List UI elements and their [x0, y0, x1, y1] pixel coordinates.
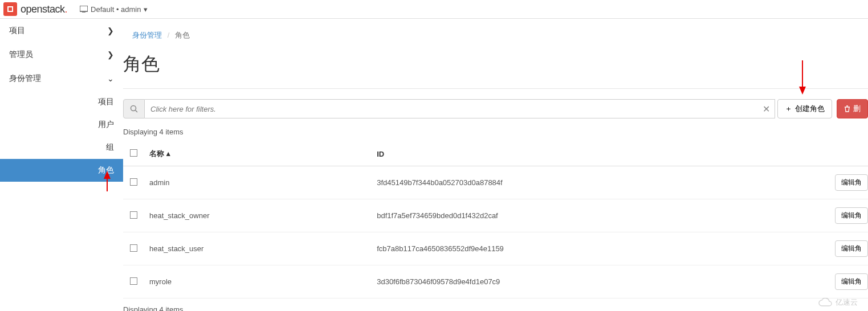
cell-id: 3d30f6fb873046f09578d9e4fd1e07c9	[371, 265, 811, 298]
table-row: admin 3fd45149b7f344b0a052703d0a87884f 编…	[123, 166, 868, 199]
roles-table: 名称 ▴ ID admin 3fd45149b7f344b0a052703d0a…	[123, 142, 868, 298]
table-row: myrole 3d30f6fb873046f09578d9e4fd1e07c9 …	[123, 265, 868, 298]
select-all-checkbox[interactable]	[130, 149, 137, 157]
cell-name: admin	[144, 166, 371, 199]
edit-role-button[interactable]: 编辑角	[835, 207, 868, 224]
column-header-name[interactable]: 名称 ▴	[144, 142, 371, 166]
chevron-right-icon: ❯	[107, 50, 114, 59]
breadcrumb: 身份管理 / 角色	[123, 26, 868, 45]
edit-role-button[interactable]: 编辑角	[835, 273, 868, 290]
svg-line-3	[136, 111, 138, 113]
sort-asc-icon: ▴	[166, 149, 170, 158]
row-checkbox[interactable]	[130, 211, 137, 219]
row-checkbox[interactable]	[130, 244, 137, 252]
edit-role-button[interactable]: 编辑角	[835, 174, 868, 191]
search-button[interactable]	[123, 99, 145, 118]
breadcrumb-current: 角色	[175, 31, 190, 39]
chevron-down-icon: ⌄	[107, 74, 114, 83]
item-count-top: Displaying 4 items	[123, 128, 868, 136]
svg-rect-0	[80, 6, 88, 11]
chevron-right-icon: ❯	[107, 26, 114, 35]
table-row: heat_stack_user fcb7a8b117ca4650836552df…	[123, 232, 868, 265]
sidebar-sub-projects[interactable]: 项目	[0, 91, 123, 113]
sidebar-item-label: 管理员	[9, 50, 33, 60]
row-checkbox[interactable]	[130, 277, 137, 285]
brand-text: openstack.	[21, 3, 67, 15]
table-row: heat_stack_owner bdf1f7a5ef734659bded0d1…	[123, 199, 868, 232]
cell-name: heat_stack_owner	[144, 199, 371, 232]
plus-icon: ＋	[785, 104, 792, 114]
project-domain-selector[interactable]: Default • admin ▾	[80, 5, 148, 14]
row-checkbox[interactable]	[130, 178, 137, 186]
search-icon	[130, 105, 138, 113]
topbar: openstack. Default • admin ▾	[0, 0, 868, 19]
sidebar-sub-roles[interactable]: 角色	[0, 159, 123, 182]
column-header-id[interactable]: ID	[371, 142, 811, 166]
sidebar-item-label: 身份管理	[9, 73, 41, 84]
cell-name: heat_stack_user	[144, 232, 371, 265]
screen-icon	[80, 6, 88, 13]
cell-id: 3fd45149b7f344b0a052703d0a87884f	[371, 166, 811, 199]
brand-logo[interactable]: openstack.	[3, 2, 67, 16]
sidebar-item-label: 项目	[9, 26, 25, 36]
edit-role-button[interactable]: 编辑角	[835, 240, 868, 257]
project-domain-text: Default	[91, 5, 114, 14]
main-content: 身份管理 / 角色 角色 ✕ ＋ 创建角色	[123, 19, 868, 311]
svg-point-2	[131, 106, 136, 111]
trash-icon	[844, 105, 850, 112]
clear-search-icon[interactable]: ✕	[759, 99, 773, 118]
divider	[123, 88, 868, 89]
item-count-bottom: Displaying 4 items	[123, 305, 868, 311]
sidebar-sub-groups[interactable]: 组	[0, 136, 123, 159]
delete-roles-button[interactable]: 删	[837, 99, 868, 118]
page-title: 角色	[123, 45, 868, 88]
cell-id: bdf1f7a5ef734659bded0d1f432d2caf	[371, 199, 811, 232]
caret-down-icon: ▾	[144, 5, 148, 14]
openstack-icon	[3, 2, 17, 16]
project-user-text: admin	[121, 5, 141, 14]
toolbar: ✕ ＋ 创建角色 删	[123, 99, 868, 118]
search-wrap: ✕	[123, 99, 773, 118]
sidebar: 项目 ❯ 管理员 ❯ 身份管理 ⌄ 项目 用户 组 角色	[0, 19, 123, 311]
sidebar-item-admin[interactable]: 管理员 ❯	[0, 43, 123, 67]
search-input[interactable]	[145, 99, 775, 118]
sidebar-item-identity[interactable]: 身份管理 ⌄	[0, 67, 123, 91]
cell-id: fcb7a8b117ca4650836552df9e4e1159	[371, 232, 811, 265]
sidebar-sub-users[interactable]: 用户	[0, 113, 123, 136]
breadcrumb-parent[interactable]: 身份管理	[132, 31, 162, 39]
create-role-button[interactable]: ＋ 创建角色	[777, 99, 832, 118]
sidebar-item-project[interactable]: 项目 ❯	[0, 19, 123, 43]
cell-name: myrole	[144, 265, 371, 298]
